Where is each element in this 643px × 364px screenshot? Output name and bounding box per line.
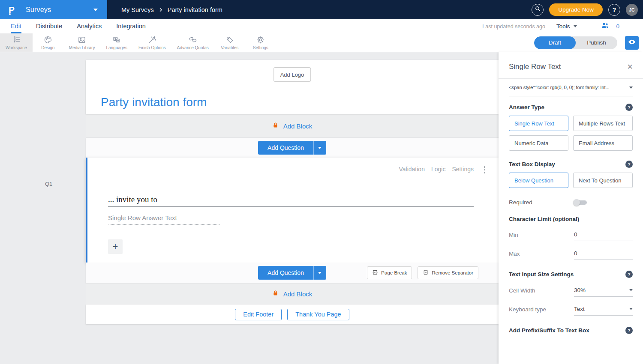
cell-width-value: 30%	[574, 287, 586, 293]
question-settings-panel: Single Row Text × <span style="color: rg…	[499, 52, 643, 364]
toolbar-item-settings[interactable]: Settings	[245, 33, 276, 52]
min-row: Min 0	[509, 231, 633, 241]
thank-you-page-button[interactable]: Thank You Page	[287, 309, 349, 320]
link-icon	[189, 36, 197, 44]
add-logo-button[interactable]: Add Logo	[273, 67, 311, 82]
add-block-strip[interactable]: Add Block	[86, 283, 499, 304]
product-name: Surveys	[26, 6, 51, 14]
toolbar-item-variables[interactable]: Variables	[214, 33, 245, 52]
add-question-button[interactable]: Add Question	[258, 141, 313, 155]
help-icon[interactable]: ?	[625, 161, 633, 168]
option-single-row-text[interactable]: Single Row Text	[509, 116, 568, 131]
help-icon[interactable]: ?	[625, 104, 633, 111]
survey-title[interactable]: Party invitation form	[101, 95, 207, 109]
option-multiple-rows-text[interactable]: Multiple Rows Text	[573, 116, 633, 131]
option-next-to-question[interactable]: Next To Question	[573, 173, 633, 188]
tab-distribute[interactable]: Distribute	[36, 19, 62, 33]
avatar[interactable]: JC	[626, 4, 638, 16]
toolbar-item-advance-quotas[interactable]: Advance Quotas	[171, 33, 214, 52]
max-label: Max	[509, 251, 574, 260]
remove-separator-button[interactable]: Remove Separator	[418, 266, 478, 279]
tab-edit[interactable]: Edit	[11, 19, 21, 33]
tag-icon	[225, 36, 234, 44]
draft-button[interactable]: Draft	[534, 36, 576, 49]
answer-text-field[interactable]: Single Row Answer Text	[108, 214, 220, 225]
editor-toolbar: Workspace Design Media Library Languages…	[0, 33, 643, 52]
tab-analytics[interactable]: Analytics	[77, 19, 102, 33]
search-icon	[535, 6, 541, 14]
question-mark-icon: ?	[613, 6, 616, 13]
workspace-icon	[12, 36, 21, 44]
menubar-right: Last updated seconds ago Tools 0	[482, 19, 643, 33]
required-label: Required	[509, 199, 574, 206]
tab-integration[interactable]: Integration	[116, 19, 146, 33]
option-email-address[interactable]: Email Address	[573, 135, 633, 151]
breadcrumb: My Surveys Party invitation form	[121, 6, 222, 13]
question-text-input[interactable]: ... invite you to	[108, 195, 157, 204]
tools-label: Tools	[556, 23, 570, 30]
add-question-split-button: Add Question	[258, 141, 326, 155]
menu-bar: Edit Distribute Analytics Integration La…	[0, 19, 643, 33]
question-actions-strip: Add Question Page Break Remove S	[86, 263, 499, 283]
close-icon[interactable]: ×	[627, 63, 633, 71]
option-numeric-data[interactable]: Numeric Data	[509, 135, 568, 151]
eye-icon	[628, 38, 636, 48]
search-button[interactable]	[532, 4, 544, 16]
add-question-button[interactable]: Add Question	[258, 266, 313, 280]
cell-width-row: Cell Width 30%	[509, 287, 633, 297]
toolbar-item-languages[interactable]: Languages	[100, 33, 133, 52]
add-block-label: Add Block	[283, 290, 312, 298]
input-size-heading: Text Input Size Settings	[509, 271, 574, 277]
top-navbar: P Surveys My Surveys Party invitation fo…	[0, 0, 643, 19]
question-card[interactable]: Validation Logic Settings ... invite you…	[86, 158, 499, 263]
publish-button[interactable]: Publish	[576, 36, 617, 49]
cell-width-select[interactable]: 30%	[574, 287, 633, 297]
help-icon[interactable]: ?	[625, 327, 633, 334]
collaborator-count: 0	[616, 23, 619, 30]
min-input[interactable]: 0	[574, 231, 633, 241]
kebab-menu-icon[interactable]	[484, 166, 486, 173]
add-question-dropdown[interactable]	[313, 266, 326, 280]
toolbar-item-media-library[interactable]: Media Library	[63, 33, 101, 52]
lock-icon	[272, 290, 279, 298]
max-input[interactable]: 0	[574, 250, 633, 260]
add-element-button[interactable]: +	[108, 239, 123, 254]
question-text-underline	[108, 206, 474, 207]
answer-type-heading: Answer Type	[509, 104, 544, 110]
toolbar-item-workspace[interactable]: Workspace	[0, 33, 33, 52]
add-question-strip: Add Question	[86, 138, 499, 158]
logic-link[interactable]: Logic	[431, 166, 445, 173]
keyboard-type-select[interactable]: Text	[574, 306, 633, 316]
page-break-button[interactable]: Page Break	[367, 266, 412, 279]
add-question-dropdown[interactable]	[313, 141, 326, 155]
survey-canvas-area: Q1 Add Logo Party invitation form Add Bl…	[0, 52, 643, 364]
product-switcher[interactable]: P Surveys	[0, 0, 107, 19]
last-updated-status: Last updated seconds ago	[482, 24, 545, 30]
collaborators-icon	[601, 21, 609, 31]
option-below-question[interactable]: Below Question	[509, 173, 568, 188]
required-toggle[interactable]	[574, 200, 587, 205]
validation-link[interactable]: Validation	[399, 166, 424, 173]
question-number: Q1	[45, 181, 52, 187]
breadcrumb-my-surveys[interactable]: My Surveys	[121, 6, 154, 13]
required-row: Required	[509, 199, 633, 206]
help-icon[interactable]: ?	[625, 271, 633, 278]
collaborators[interactable]: 0	[601, 21, 619, 31]
breadcrumb-current: Party invitation form	[168, 6, 222, 13]
help-button[interactable]: ?	[608, 4, 620, 16]
survey-header-card[interactable]: Add Logo Party invitation form	[86, 60, 499, 114]
add-block-strip[interactable]: Add Block	[86, 114, 499, 138]
chevron-right-icon	[158, 7, 163, 12]
upgrade-now-button[interactable]: Upgrade Now	[549, 3, 603, 16]
question-menu: Validation Logic Settings	[399, 166, 474, 173]
edit-footer-button[interactable]: Edit Footer	[235, 309, 282, 320]
prefix-suffix-heading: Add Prefix/Suffix To Text Box	[509, 327, 589, 334]
toolbar-item-finish-options[interactable]: Finish Options	[133, 33, 171, 52]
toolbar-item-design[interactable]: Design	[33, 33, 63, 52]
settings-link[interactable]: Settings	[452, 166, 474, 173]
character-limit-heading: Character Limit (optional)	[509, 216, 579, 222]
question-style-dropdown[interactable]: <span style="color: rgb(0, 0, 0); font-f…	[509, 79, 633, 96]
tools-menu[interactable]: Tools	[556, 23, 577, 30]
preview-button[interactable]	[625, 36, 639, 50]
keyboard-type-value: Text	[574, 306, 585, 312]
